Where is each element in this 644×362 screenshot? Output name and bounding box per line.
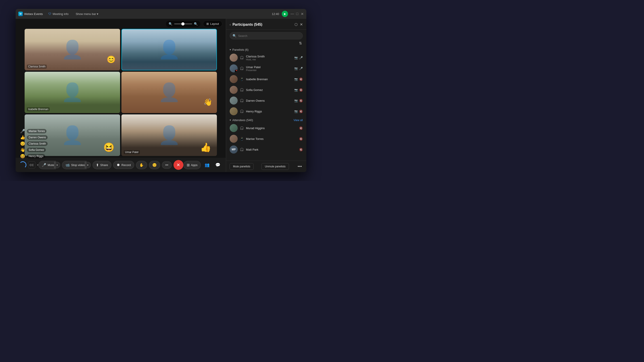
attendees-chevron[interactable]: ▾ [230,119,231,122]
participant-info-sofia: Sofia Gomez [246,88,292,92]
video-cell-clarissa: 👤 Clarissa Smith 😊 [24,29,120,70]
video-name-isabelle: Isabelle Brennan [27,107,50,111]
participant-row[interactable]: 🎧 Clarissa Smith Host, me 📷 🎤 [228,52,304,63]
apps-label: Apps [191,163,198,167]
emoji-clarissa: 😊 [107,55,116,64]
mic-muted-icon-matt[interactable]: 🔇 [299,148,303,151]
mic-muted-icon-marise[interactable]: 🔇 [299,137,303,141]
layout-button[interactable]: ⊞ Layout [203,20,222,27]
unmute-panelists-button[interactable]: Unmute panelists [262,163,289,170]
mic-muted-icon-murad[interactable]: 🔇 [299,126,303,130]
more-options-button[interactable]: ••• [162,161,172,169]
mute-button[interactable]: 🎤 Mute [38,161,56,169]
participant-name-clarissa: Clarissa Smith [246,55,292,58]
participants-list[interactable]: ▾ Panelists (6) 🎧 Clarissa Smith Host, m… [226,46,306,161]
end-call-button[interactable]: ✕ [174,160,183,170]
avatar-isabelle [230,75,238,83]
reaction-marise: 🎤 Marise Torres [20,129,48,134]
mic-muted-icon-sofia[interactable]: 🔇 [299,88,303,92]
zoom-in-icon[interactable]: 🔍 [194,22,198,26]
video-icon: 📹 [65,163,70,167]
zoom-slider[interactable] [174,23,192,24]
participant-role-umar: Presenter [246,69,292,71]
title-bar-left: W Webex Events 🛡 Meeting info Show menu … [18,11,272,16]
participant-role-clarissa: Host, me [246,58,292,61]
toolbar-left: CC ▾ [19,161,38,168]
participant-name-marise: Marise Torres [246,137,297,141]
mute-group: 🎤 Mute ▾ [38,161,60,169]
participant-row[interactable]: 🎧 Darren Owens 📷 🔇 [228,95,304,106]
participant-name-sofia: Sofia Gomez [246,88,292,92]
view-all-button[interactable]: View all [294,119,303,122]
zoom-out-icon[interactable]: 🔍 [168,22,172,26]
zoom-control: 🔍 🔍 [166,21,200,27]
video-name-umar: Umar Patel [124,150,140,154]
mute-expand-button[interactable]: ▾ [54,162,60,168]
record-label: Record [122,163,131,167]
toolbar-right: ⊞ Apps 👥 💬 ••• [183,160,226,169]
camera-icon-isabelle: 📷 [294,77,298,81]
avatar-umar: ▶ [230,64,238,72]
participant-controls-sofia: 📷 🔇 [294,88,303,92]
participant-info-henry: Henry Riggs [246,110,292,113]
panelists-chevron[interactable]: ▾ [230,48,231,51]
mic-muted-icon-darren[interactable]: 🔇 [299,99,303,102]
participant-row[interactable]: ▶ 🎧 Umar Patel Presenter 📷 🎤 [228,63,304,74]
video-cell-isabelle: 👤 Isabelle Brennan [24,72,120,113]
participant-row[interactable]: 📱 Isabelle Brennan 📷 🔇 [228,74,304,84]
sort-button[interactable]: ⇅ [298,41,303,45]
stop-video-button[interactable]: 📹 Stop video [62,161,86,169]
participant-row[interactable]: MP 🎧 Matt Park 🔇 [228,144,304,155]
record-button[interactable]: ⏺ Record [113,161,134,169]
panel-more-button[interactable]: ••• [297,163,303,170]
meeting-info-button[interactable]: 🛡 Meeting info [46,11,70,16]
participant-row[interactable]: 🎧 Murad Higgins 🔇 [228,123,304,133]
avatar-sofia [230,86,238,94]
video-expand-button[interactable]: ▾ [85,162,91,168]
layout-grid-icon: ⊞ [206,22,209,25]
mute-panelists-button[interactable]: Mute panelists [230,163,254,170]
hand-icon: ✋ [139,163,144,167]
avatar-marise [230,135,238,143]
apps-button[interactable]: ⊞ Apps [183,161,201,169]
panel-header-left: ‹ Participants (545) [230,22,262,26]
caption-button[interactable]: CC [28,161,35,168]
participants-icon: 👥 [204,162,210,167]
mic-muted-icon-isabelle[interactable]: 🔇 [299,77,303,81]
avatar-murad [230,124,238,132]
panel-collapse-chevron[interactable]: ‹ [230,23,231,26]
mic-icon-umar[interactable]: 🎤 [299,67,303,70]
search-input[interactable] [238,34,300,37]
avatar-henry [230,107,238,115]
more-toolbar-button[interactable]: ••• [224,160,226,169]
share-button[interactable]: ⬆ Share [92,161,111,169]
more-icon: ••• [165,163,168,167]
participant-controls-matt: 🔇 [299,148,303,151]
attendees-section-header: ▾ Attendees (540) View all [228,117,304,123]
participant-info-clarissa: Clarissa Smith Host, me [246,55,292,61]
emoji-button[interactable]: 😊 [149,161,160,169]
close-button[interactable]: ✕ [300,12,304,15]
participants-panel-button[interactable]: 👥 [202,160,212,169]
raise-hand-button[interactable]: ✋ [136,161,147,169]
participant-row[interactable]: 🎧 Sofia Gomez 📷 🔇 [228,84,304,95]
pop-out-icon[interactable]: ⬡ [294,22,298,26]
right-panel: ‹ Participants (545) ⬡ ✕ 🔍 ⇅ [226,19,306,172]
mic-muted-icon-henry[interactable]: 🔇 [299,110,303,113]
mic-icon-clarissa[interactable]: 🎤 [299,56,303,59]
show-menu-bar-button[interactable]: Show menu bar ▾ [74,11,100,16]
app-title: Webex Events [24,12,43,16]
reaction-darren: 👍 Darren Owens [20,135,48,140]
camera-icon-darren: 📷 [294,99,298,102]
chat-button[interactable]: 💬 [213,160,222,169]
participant-name-murad: Murad Higgins [246,126,297,130]
minimize-button[interactable]: — [291,12,294,15]
participant-row[interactable]: 📱 Marise Torres 🔇 [228,133,304,144]
maximize-button[interactable]: □ [296,12,299,15]
close-panel-icon[interactable]: ✕ [300,22,303,26]
participant-row[interactable]: 🎧 Henry Riggs 📷 🔇 [228,106,304,117]
signal-icon: ▶ [282,11,288,17]
search-box: 🔍 [230,32,303,39]
panel-title: Participants (545) [232,22,262,26]
participant-info-darren: Darren Owens [246,99,292,102]
